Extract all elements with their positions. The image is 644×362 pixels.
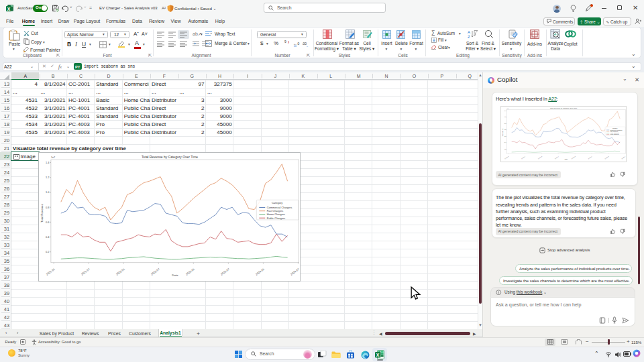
svg-text:X: X [376,352,380,357]
svg-text:00: 00 [294,45,297,47]
svg-text:Date: Date [565,158,568,160]
svg-text:1.2: 1.2 [46,176,49,179]
svg-text:Total Revenue: Total Revenue [40,204,44,223]
svg-text:1.4: 1.4 [504,110,506,111]
svg-text:Public Chargers: Public Chargers [267,217,286,220]
svg-text:Category: Category [272,201,283,204]
svg-text:Total Revenue: Total Revenue [502,129,503,137]
svg-text:1.2: 1.2 [504,116,506,117]
svg-text:0.2: 0.2 [504,148,506,149]
svg-text:Fast Chargers: Fast Chargers [267,210,284,213]
svg-text:Commercial Chargers: Commercial Chargers [267,206,292,209]
svg-text:Commercial Chargers: Commercial Chargers [610,129,622,131]
svg-text:Home Chargers: Home Chargers [267,213,285,216]
svg-text:A: A [468,30,470,34]
svg-text:0.4: 0.4 [46,236,50,239]
svg-text:1e7: 1e7 [507,108,509,109]
svg-text:1.4: 1.4 [46,162,50,164]
svg-text:0.6: 0.6 [504,135,506,137]
svg-text:→: → [306,45,309,47]
svg-text:1.0: 1.0 [504,123,506,124]
svg-text:X: X [7,6,11,11]
svg-text:Category: Category [612,127,618,129]
svg-text:Fast Chargers: Fast Chargers [610,131,618,132]
svg-text:1e7: 1e7 [51,156,55,159]
svg-text:0.4: 0.4 [504,142,506,143]
svg-text:0.2: 0.2 [46,251,49,253]
svg-text:Z: Z [468,35,470,39]
svg-text:Total Revenue by Category Over: Total Revenue by Category Over Time [550,108,578,109]
svg-text:Home Chargers: Home Chargers [610,132,619,133]
svg-text:1.0: 1.0 [46,191,49,194]
svg-text:Total Revenue by Category Over: Total Revenue by Category Over Time [142,156,198,159]
svg-text:Public Chargers: Public Chargers [610,133,619,135]
svg-text:Date: Date [172,274,178,277]
svg-text:0.8: 0.8 [504,129,506,131]
svg-text:0.8: 0.8 [46,206,49,209]
svg-text:0.6: 0.6 [46,221,49,224]
